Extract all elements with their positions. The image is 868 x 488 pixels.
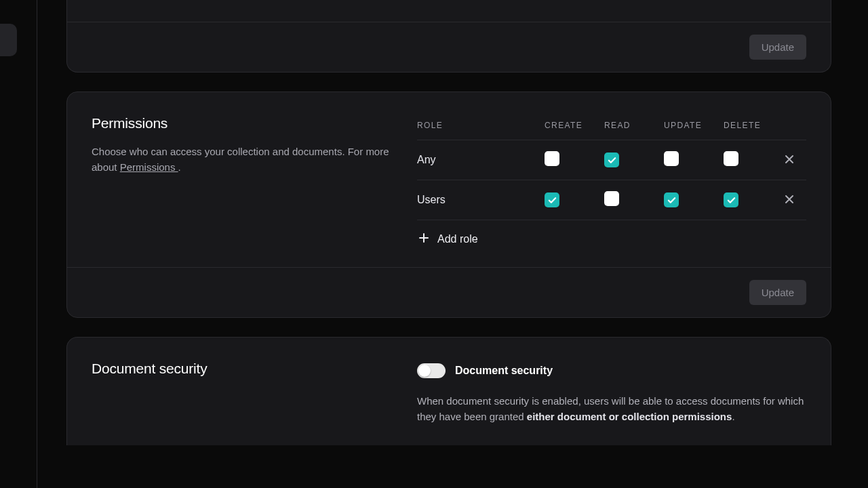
- role-name: Users: [417, 194, 545, 206]
- document-security-toggle[interactable]: [417, 363, 446, 378]
- permissions-card: Permissions Choose who can access your c…: [66, 92, 831, 318]
- col-update: UPDATE: [664, 121, 724, 130]
- document-security-card: Document security Document security When…: [66, 337, 831, 445]
- settings-card-prev: Update: [66, 0, 831, 73]
- checkbox-read[interactable]: [604, 152, 619, 167]
- document-security-title: Document security: [92, 361, 390, 377]
- update-button[interactable]: Update: [749, 280, 806, 305]
- card-footer: Update: [67, 267, 831, 317]
- checkbox-delete[interactable]: [724, 192, 738, 207]
- main-content: Update Permissions Choose who can access…: [66, 0, 831, 464]
- vertical-divider: [37, 0, 37, 488]
- checkbox-update[interactable]: [664, 192, 679, 207]
- sidebar-collapsed-stub[interactable]: [0, 24, 17, 56]
- card-footer: Update: [67, 22, 831, 72]
- document-security-desc: When document security is enabled, users…: [417, 393, 806, 425]
- update-button[interactable]: Update: [749, 35, 806, 60]
- permissions-title: Permissions: [92, 115, 390, 131]
- add-role-button[interactable]: Add role: [417, 220, 479, 247]
- add-role-label: Add role: [437, 233, 478, 245]
- checkbox-update[interactable]: [664, 151, 679, 166]
- remove-role-icon[interactable]: [783, 193, 795, 205]
- checkbox-create[interactable]: [545, 192, 559, 207]
- permissions-table-header: ROLE CREATE READ UPDATE DELETE: [417, 115, 806, 140]
- checkbox-create[interactable]: [545, 151, 559, 166]
- remove-role-icon[interactable]: [783, 153, 795, 165]
- checkbox-read[interactable]: [604, 191, 619, 206]
- permissions-row: Users: [417, 180, 806, 220]
- plus-icon: [418, 232, 429, 245]
- col-read: READ: [604, 121, 664, 130]
- document-security-toggle-label: Document security: [455, 365, 553, 377]
- permissions-doc-link[interactable]: Permissions: [120, 161, 178, 173]
- col-role: ROLE: [417, 121, 545, 130]
- permissions-row: Any: [417, 140, 806, 180]
- permissions-description: Choose who can access your collection an…: [92, 144, 390, 176]
- col-delete: DELETE: [724, 121, 783, 130]
- checkbox-delete[interactable]: [724, 151, 738, 166]
- permissions-table: ROLE CREATE READ UPDATE DELETE AnyUsers: [417, 115, 806, 220]
- toggle-knob: [418, 365, 431, 377]
- col-create: CREATE: [545, 121, 604, 130]
- role-name: Any: [417, 154, 545, 166]
